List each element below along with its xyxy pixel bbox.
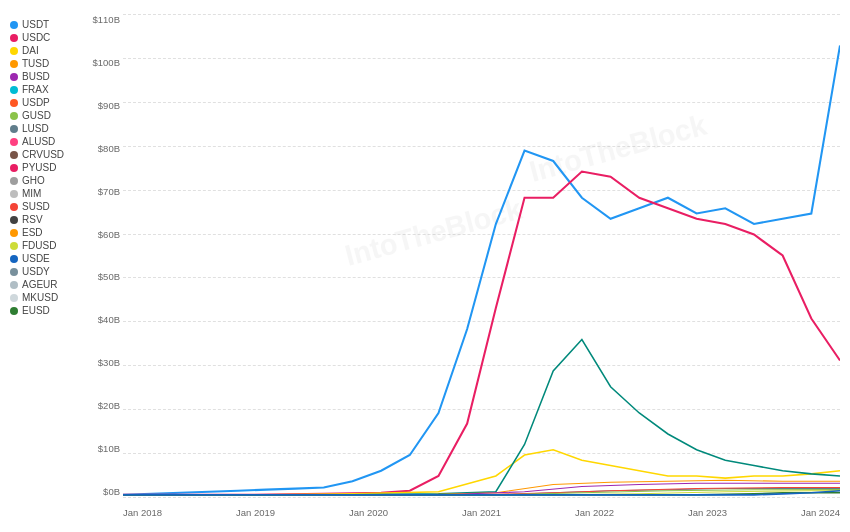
- legend-label: FDUSD: [22, 240, 56, 251]
- x-axis-label: Jan 2018: [123, 507, 162, 518]
- y-axis-label: $40B: [85, 314, 120, 325]
- y-axis-label: $100B: [85, 57, 120, 68]
- chart-wrapper: IntoTheBlock IntoTheBlock: [85, 14, 840, 522]
- y-axis-labels: $110B$100B$90B$80B$70B$60B$50B$40B$30B$2…: [85, 14, 120, 497]
- legend-item: TUSD: [10, 58, 85, 69]
- legend-label: LUSD: [22, 123, 49, 134]
- legend-label: PYUSD: [22, 162, 56, 173]
- legend-dot: [10, 151, 18, 159]
- legend-label: BUSD: [22, 71, 50, 82]
- legend-label: CRVUSD: [22, 149, 64, 160]
- chart-svg: IntoTheBlock IntoTheBlock: [123, 14, 840, 497]
- chart-inner: IntoTheBlock IntoTheBlock: [123, 14, 840, 497]
- legend-label: ESD: [22, 227, 43, 238]
- legend-label: GUSD: [22, 110, 51, 121]
- legend-dot: [10, 190, 18, 198]
- svg-text:IntoTheBlock: IntoTheBlock: [342, 192, 526, 272]
- y-axis-label: $90B: [85, 100, 120, 111]
- y-axis-label: $30B: [85, 357, 120, 368]
- y-axis-label: $70B: [85, 186, 120, 197]
- legend-dot: [10, 307, 18, 315]
- legend-label: USDT: [22, 19, 49, 30]
- legend-item: ALUSD: [10, 136, 85, 147]
- legend-label: FRAX: [22, 84, 49, 95]
- legend-dot: [10, 294, 18, 302]
- y-axis-label: $10B: [85, 443, 120, 454]
- legend-label: USDE: [22, 253, 50, 264]
- legend-dot: [10, 112, 18, 120]
- legend-dot: [10, 73, 18, 81]
- legend-item: USDT: [10, 19, 85, 30]
- legend-label: GHO: [22, 175, 45, 186]
- legend-label: RSV: [22, 214, 43, 225]
- svg-text:IntoTheBlock: IntoTheBlock: [526, 108, 710, 188]
- legend-label: MIM: [22, 188, 41, 199]
- y-axis-label: $110B: [85, 14, 120, 25]
- legend-label: USDC: [22, 32, 50, 43]
- legend-dot: [10, 47, 18, 55]
- chart-area: USDTUSDCDAITUSDBUSDFRAXUSDPGUSDLUSDALUSD…: [10, 14, 840, 522]
- y-axis-label: $0B: [85, 486, 120, 497]
- legend-dot: [10, 99, 18, 107]
- legend-item: EUSD: [10, 305, 85, 316]
- legend-dot: [10, 86, 18, 94]
- x-axis-label: Jan 2024: [801, 507, 840, 518]
- legend-item: FDUSD: [10, 240, 85, 251]
- legend-label: TUSD: [22, 58, 49, 69]
- legend-item: USDP: [10, 97, 85, 108]
- legend-dot: [10, 125, 18, 133]
- legend-item: LUSD: [10, 123, 85, 134]
- legend-item: DAI: [10, 45, 85, 56]
- legend-dot: [10, 216, 18, 224]
- x-axis-label: Jan 2023: [688, 507, 727, 518]
- legend-item: GHO: [10, 175, 85, 186]
- legend-label: EUSD: [22, 305, 50, 316]
- legend-item: CRVUSD: [10, 149, 85, 160]
- legend-item: BUSD: [10, 71, 85, 82]
- legend-item: USDC: [10, 32, 85, 43]
- x-axis-labels: Jan 2018Jan 2019Jan 2020Jan 2021Jan 2022…: [123, 502, 840, 522]
- legend-label: SUSD: [22, 201, 50, 212]
- y-axis-label: $50B: [85, 271, 120, 282]
- legend-dot: [10, 242, 18, 250]
- x-axis-label: Jan 2019: [236, 507, 275, 518]
- y-axis-label: $60B: [85, 229, 120, 240]
- y-axis-label: $80B: [85, 143, 120, 154]
- legend-label: DAI: [22, 45, 39, 56]
- legend-item: USDE: [10, 253, 85, 264]
- legend-dot: [10, 281, 18, 289]
- legend-item: MKUSD: [10, 292, 85, 303]
- legend-item: GUSD: [10, 110, 85, 121]
- legend-label: USDY: [22, 266, 50, 277]
- legend-dot: [10, 255, 18, 263]
- legend-label: AGEUR: [22, 279, 58, 290]
- legend-dot: [10, 34, 18, 42]
- legend-label: ALUSD: [22, 136, 55, 147]
- legend-dot: [10, 60, 18, 68]
- legend-dot: [10, 21, 18, 29]
- y-axis-label: $20B: [85, 400, 120, 411]
- legend-item: RSV: [10, 214, 85, 225]
- legend-item: ESD: [10, 227, 85, 238]
- legend-dot: [10, 164, 18, 172]
- legend-item: AGEUR: [10, 279, 85, 290]
- legend: USDTUSDCDAITUSDBUSDFRAXUSDPGUSDLUSDALUSD…: [10, 14, 85, 522]
- main-container: USDTUSDCDAITUSDBUSDFRAXUSDPGUSDLUSDALUSD…: [0, 0, 850, 532]
- x-axis-label: Jan 2020: [349, 507, 388, 518]
- legend-dot: [10, 229, 18, 237]
- legend-item: MIM: [10, 188, 85, 199]
- legend-item: FRAX: [10, 84, 85, 95]
- legend-item: USDY: [10, 266, 85, 277]
- legend-label: USDP: [22, 97, 50, 108]
- legend-dot: [10, 138, 18, 146]
- legend-dot: [10, 203, 18, 211]
- x-axis-label: Jan 2021: [462, 507, 501, 518]
- legend-label: MKUSD: [22, 292, 58, 303]
- grid-line: [123, 497, 840, 498]
- legend-item: PYUSD: [10, 162, 85, 173]
- legend-dot: [10, 268, 18, 276]
- x-axis-label: Jan 2022: [575, 507, 614, 518]
- legend-dot: [10, 177, 18, 185]
- legend-item: SUSD: [10, 201, 85, 212]
